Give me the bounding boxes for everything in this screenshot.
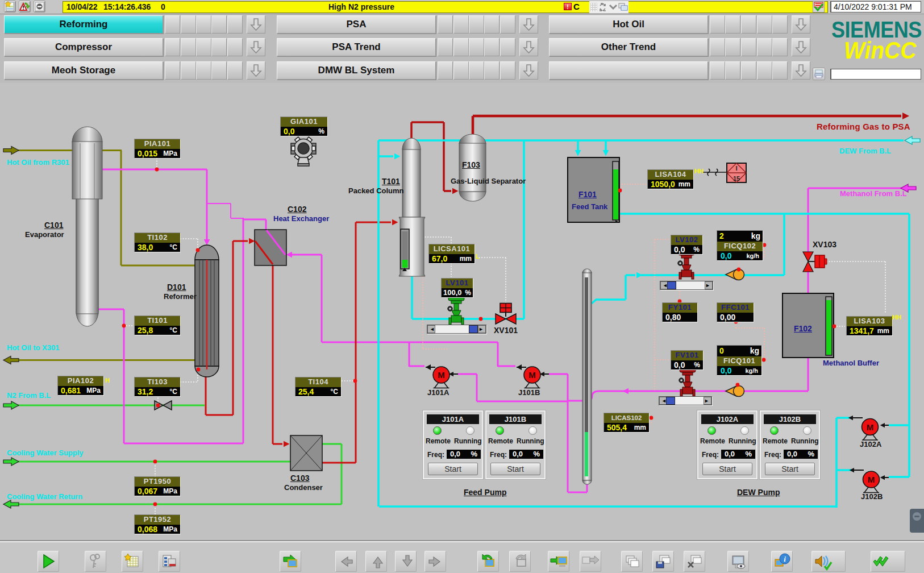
svg-text:M: M <box>868 475 875 484</box>
svg-text:15: 15 <box>733 175 740 182</box>
svg-text:M: M <box>867 422 874 432</box>
svg-text:M: M <box>438 370 445 380</box>
svg-text:M: M <box>528 370 536 380</box>
svg-text:I: I <box>735 165 737 172</box>
svg-text:i: i <box>784 555 786 563</box>
